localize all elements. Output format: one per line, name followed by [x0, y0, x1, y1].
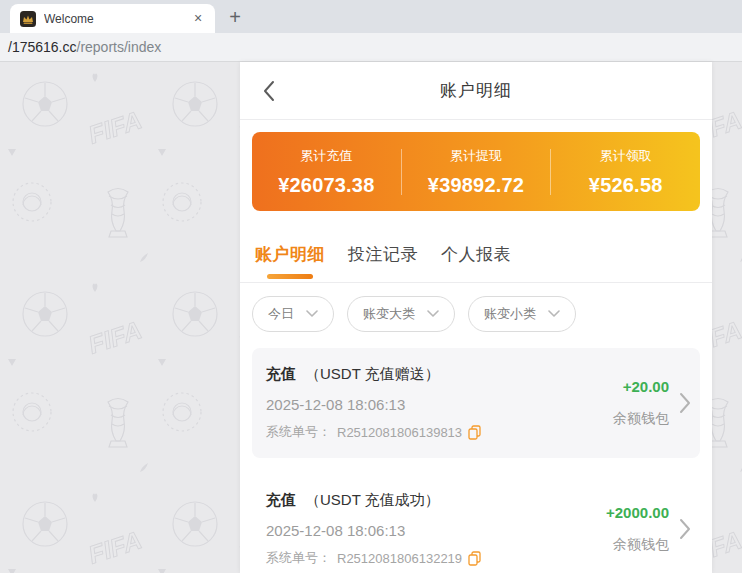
stat-label: 累计提现	[402, 147, 551, 165]
stat-value: ¥26073.38	[252, 174, 401, 197]
stat-value: ¥526.58	[551, 174, 700, 197]
order-number: R2512081806139813	[337, 425, 462, 440]
stat-label: 累计领取	[551, 147, 700, 165]
tab-label: 投注记录	[348, 245, 418, 264]
stats-summary-card: 累计充值 ¥26073.38 累计提现 ¥39892.72 累计领取 ¥526.…	[252, 132, 700, 211]
tab-title: Welcome	[44, 12, 181, 26]
transaction-wallet: 余额钱包	[613, 410, 669, 428]
copy-icon[interactable]	[468, 551, 481, 566]
stat-total-deposit: 累计充值 ¥26073.38	[252, 147, 401, 197]
tab-label: 个人报表	[441, 245, 511, 264]
report-tabs: 账户明细 投注记录 个人报表	[240, 237, 712, 283]
active-tab-indicator	[267, 274, 313, 279]
chevron-down-icon	[548, 310, 560, 318]
page-title: 账户明细	[240, 62, 712, 120]
order-label: 系统单号：	[266, 549, 331, 567]
copy-icon[interactable]	[468, 425, 481, 440]
tab-bet-records[interactable]: 投注记录	[345, 237, 421, 282]
transaction-subtype: （USDT 充值成功）	[305, 491, 440, 508]
tab-label: 账户明细	[255, 245, 325, 264]
stat-label: 累计充值	[252, 147, 401, 165]
transaction-amount-block: +20.00 余额钱包	[613, 365, 669, 441]
stat-value: ¥39892.72	[402, 174, 551, 197]
transaction-info: 充值（USDT 充值赠送） 2025-12-08 18:06:13 系统单号：R…	[266, 365, 613, 441]
url-bar[interactable]: /175616.cc/reports/index	[0, 33, 742, 62]
stat-total-claimed: 累计领取 ¥526.58	[551, 147, 700, 197]
page-header: 账户明细	[240, 62, 712, 120]
filter-minor-category-dropdown[interactable]: 账变小类	[468, 296, 576, 332]
site-favicon-icon	[20, 11, 36, 27]
transaction-amount: +2000.00	[606, 504, 669, 521]
transaction-row[interactable]: 充值（USDT 充值成功） 2025-12-08 18:06:13 系统单号：R…	[252, 474, 700, 573]
browser-tab[interactable]: Welcome ×	[10, 4, 215, 33]
tab-close-icon[interactable]: ×	[189, 10, 207, 28]
url-host: /175616.cc	[8, 39, 77, 55]
transaction-type: 充值	[266, 365, 296, 382]
tab-personal-report[interactable]: 个人报表	[438, 237, 514, 282]
transaction-row[interactable]: 充值（USDT 充值赠送） 2025-12-08 18:06:13 系统单号：R…	[252, 348, 700, 458]
transaction-wallet: 余额钱包	[613, 536, 669, 554]
transaction-amount-block: +2000.00 余额钱包	[606, 491, 669, 567]
chevron-down-icon	[427, 310, 439, 318]
transaction-info: 充值（USDT 充值成功） 2025-12-08 18:06:13 系统单号：R…	[266, 491, 606, 567]
filter-date-dropdown[interactable]: 今日	[252, 296, 334, 332]
transaction-datetime: 2025-12-08 18:06:13	[266, 522, 606, 539]
report-panel: 账户明细 累计充值 ¥26073.38 累计提现 ¥39892.72 累计领取 …	[240, 62, 712, 573]
filter-label: 今日	[268, 305, 294, 323]
browser-tab-strip: Welcome × +	[0, 0, 742, 33]
back-button[interactable]	[262, 80, 276, 102]
url-path: /reports/index	[77, 39, 162, 55]
stat-total-withdraw: 累计提现 ¥39892.72	[402, 147, 551, 197]
new-tab-button[interactable]: +	[221, 3, 249, 31]
chevron-right-icon	[678, 390, 692, 416]
filter-row: 今日 账变大类 账变小类	[240, 283, 712, 332]
chevron-down-icon	[306, 310, 318, 318]
filter-label: 账变小类	[484, 305, 536, 323]
filter-label: 账变大类	[363, 305, 415, 323]
order-number: R2512081806132219	[337, 551, 462, 566]
chevron-right-icon	[678, 516, 692, 542]
transaction-datetime: 2025-12-08 18:06:13	[266, 396, 613, 413]
transaction-list: 充值（USDT 充值赠送） 2025-12-08 18:06:13 系统单号：R…	[240, 332, 712, 573]
transaction-type: 充值	[266, 491, 296, 508]
order-label: 系统单号：	[266, 423, 331, 441]
tab-account-detail[interactable]: 账户明细	[252, 237, 328, 282]
transaction-amount: +20.00	[623, 378, 669, 395]
transaction-subtype: （USDT 充值赠送）	[305, 365, 440, 382]
filter-major-category-dropdown[interactable]: 账变大类	[347, 296, 455, 332]
